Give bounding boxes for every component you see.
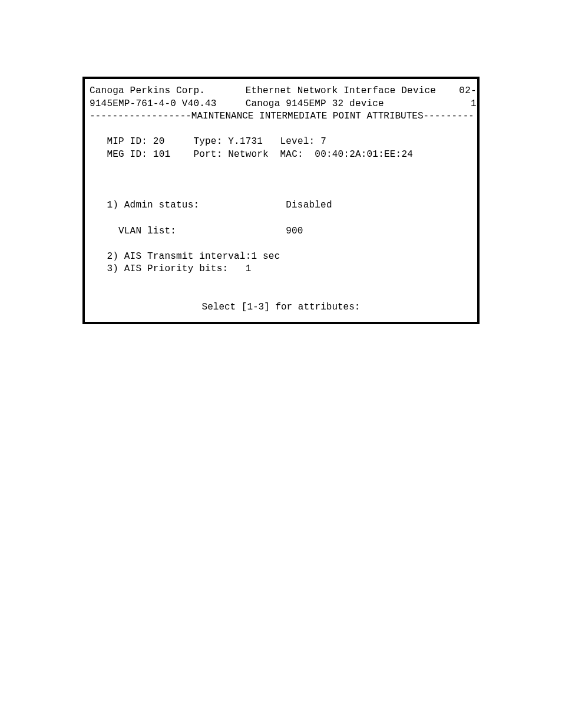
port-value: Network xyxy=(228,149,269,160)
info-line-2: MEG ID: 101 Port: Network MAC: 00:40:2A:… xyxy=(90,149,472,162)
blank-line xyxy=(90,238,472,251)
ais-transmit-label: 2) AIS Transmit interval: xyxy=(107,251,251,262)
header-line-1: Canoga Perkins Corp. Ethernet Network In… xyxy=(90,85,472,98)
vlan-list-value: 900 xyxy=(286,226,303,236)
blank-line xyxy=(90,174,472,187)
blank-line xyxy=(90,314,472,324)
level-value: 7 xyxy=(320,136,326,147)
admin-status-label: 1) Admin status: xyxy=(107,200,199,210)
device-name: Canoga 9145EMP 32 device xyxy=(246,98,384,109)
type-value: Y.1731 xyxy=(228,136,263,147)
blank-line xyxy=(90,212,472,225)
admin-status-value: Disabled xyxy=(286,200,332,210)
level-label: Level: xyxy=(280,136,315,147)
terminal-window: Canoga Perkins Corp. Ethernet Network In… xyxy=(82,77,480,324)
device-title: Ethernet Network Interface Device xyxy=(246,85,436,96)
ais-priority-row[interactable]: 3) AIS Priority bits: 1 xyxy=(90,263,472,276)
header-line-2: 9145EMP-761-4-0 V40.43 Canoga 9145EMP 32… xyxy=(90,98,472,111)
mip-id-label: MIP ID: xyxy=(107,136,147,147)
vlan-list-row: VLAN list: 900 xyxy=(90,225,472,238)
select-prompt[interactable]: Select [1-3] for attributes: xyxy=(90,301,472,314)
meg-id-value: 101 xyxy=(153,149,170,160)
ais-priority-value: 1 xyxy=(246,263,252,274)
mip-id-value: 20 xyxy=(153,136,165,147)
blank-line xyxy=(90,289,472,302)
type-label: Type: xyxy=(193,136,222,147)
section-divider: ------------------MAINTENANCE INTERMEDIA… xyxy=(90,110,472,123)
vlan-list-label: VLAN list: xyxy=(118,226,176,236)
mac-value: 00:40:2A:01:EE:24 xyxy=(315,149,413,160)
info-line-1: MIP ID: 20 Type: Y.1731 Level: 7 xyxy=(90,136,472,149)
port-label: Port: xyxy=(193,149,222,160)
model-label: 9145EMP-761-4-0 V40.43 xyxy=(90,98,217,109)
time-value: 11:20:59 xyxy=(471,98,480,109)
company-label: Canoga Perkins Corp. xyxy=(90,85,205,96)
meg-id-label: MEG ID: xyxy=(107,149,147,160)
date-value: 02-JAN-2011 xyxy=(459,85,480,96)
blank-line xyxy=(90,276,472,289)
mac-label: MAC: xyxy=(280,149,303,160)
blank-line xyxy=(90,187,472,200)
blank-line xyxy=(90,123,472,136)
ais-transmit-value: 1 sec xyxy=(251,251,280,262)
admin-status-row[interactable]: 1) Admin status: Disabled xyxy=(90,199,472,212)
ais-priority-label: 3) AIS Priority bits: xyxy=(107,263,228,274)
ais-transmit-row[interactable]: 2) AIS Transmit interval:1 sec xyxy=(90,251,472,263)
blank-line xyxy=(90,162,472,174)
